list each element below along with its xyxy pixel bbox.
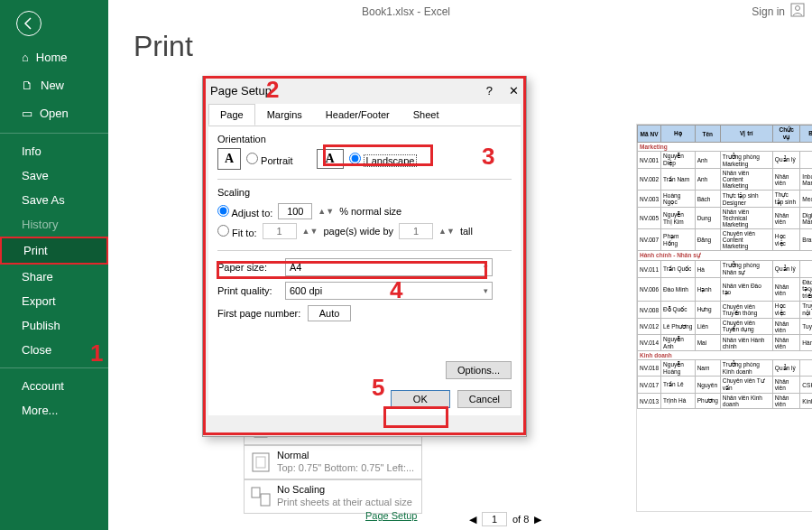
svg-rect-17: [253, 453, 269, 471]
svg-point-1: [796, 6, 800, 11]
landscape-radio[interactable]: Landscape: [349, 153, 418, 166]
home-icon: ⌂: [22, 51, 29, 64]
help-button[interactable]: ?: [486, 84, 493, 98]
tab-margins[interactable]: Margins: [255, 104, 314, 126]
sidebar-item-share[interactable]: Share: [0, 265, 108, 289]
ok-button[interactable]: OK: [391, 390, 450, 408]
page-count: of 8: [512, 514, 529, 525]
preview-table: Mã NVHọTênVị tríChức vụBộ phậnGiới tínhN…: [637, 125, 812, 409]
adjust-percent-input[interactable]: [278, 203, 312, 219]
signin-link[interactable]: Sign in: [752, 5, 785, 18]
fit-wide-input[interactable]: [263, 223, 297, 239]
fit-tall-input[interactable]: [399, 223, 433, 239]
print-preview: Mã NVHọTênVị tríChức vụBộ phậnGiới tínhN…: [636, 124, 812, 512]
page-number-input[interactable]: [482, 512, 507, 526]
tab-sheet[interactable]: Sheet: [401, 104, 451, 126]
portrait-radio[interactable]: Portrait: [246, 153, 293, 166]
page-setup-link[interactable]: Page Setup: [365, 510, 418, 521]
paper-size-label: Paper size:: [217, 262, 285, 273]
chevron-down-icon: ▾: [484, 286, 488, 295]
tab-page[interactable]: Page: [208, 104, 255, 126]
svg-rect-19: [252, 488, 260, 497]
first-page-label: First page number:: [217, 308, 308, 319]
orientation-label: Orientation: [217, 134, 512, 144]
fit-to-radio[interactable]: Fit to:: [217, 225, 257, 238]
adjust-to-radio[interactable]: Adjust to:: [217, 205, 272, 219]
sidebar-item-publish[interactable]: Publish: [0, 313, 108, 338]
sidebar-item-open[interactable]: ▭Open: [0, 99, 108, 127]
sidebar-item-info[interactable]: Info: [0, 139, 108, 163]
scaling-label: Scaling: [217, 187, 512, 198]
sidebar-item-account[interactable]: Account: [0, 374, 108, 398]
signin-icon[interactable]: [790, 3, 805, 21]
tab-headerfooter[interactable]: Header/Footer: [314, 104, 401, 126]
chevron-down-icon: ▾: [484, 263, 488, 272]
sidebar-item-home[interactable]: ⌂Home: [0, 43, 108, 71]
next-page-button[interactable]: ▶: [534, 514, 541, 525]
open-icon: ▭: [22, 107, 32, 120]
page-nav: ◀ of 8 ▶: [469, 508, 541, 530]
sidebar-item-saveas[interactable]: Save As: [0, 188, 108, 212]
sidebar-item-new[interactable]: 🗋New: [0, 71, 108, 99]
prev-page-button[interactable]: ◀: [469, 514, 476, 525]
new-icon: 🗋: [22, 79, 33, 92]
scaling-dropdown[interactable]: No ScalingPrint sheets at their actual s…: [244, 479, 422, 514]
scaling-icon: [250, 486, 272, 507]
print-quality-select[interactable]: 600 dpi▾: [285, 282, 493, 300]
page-setup-dialog: Page Setup ? ✕ Page Margins Header/Foote…: [202, 76, 527, 437]
back-button[interactable]: [16, 11, 42, 36]
sidebar-item-history[interactable]: History: [0, 212, 108, 237]
page-title: Print: [134, 30, 812, 63]
portrait-a-icon: A: [217, 148, 241, 170]
sidebar-item-close[interactable]: Close: [0, 338, 108, 362]
backstage-sidebar: ⌂Home 🗋New ▭Open Info Save Save As Histo…: [0, 0, 108, 530]
sidebar-item-more[interactable]: More...: [0, 398, 108, 423]
landscape-a-icon: A: [317, 149, 344, 169]
close-icon[interactable]: ✕: [509, 84, 519, 98]
sidebar-item-print[interactable]: Print: [0, 237, 108, 265]
cancel-button[interactable]: Cancel: [457, 390, 512, 408]
margins-dropdown[interactable]: NormalTop: 0.75" Bottom: 0.75" Left:...: [244, 445, 422, 479]
print-quality-label: Print quality:: [217, 285, 285, 296]
options-button[interactable]: Options...: [446, 361, 512, 379]
paper-size-select[interactable]: A4▾: [285, 258, 493, 276]
svg-rect-20: [261, 494, 270, 506]
app-title: Book1.xlsx - Excel: [362, 5, 450, 18]
sidebar-item-export[interactable]: Export: [0, 289, 108, 313]
first-page-input[interactable]: [308, 305, 351, 321]
sidebar-item-save[interactable]: Save: [0, 163, 108, 188]
dialog-title: Page Setup: [210, 84, 272, 98]
margins-icon: [250, 451, 272, 473]
